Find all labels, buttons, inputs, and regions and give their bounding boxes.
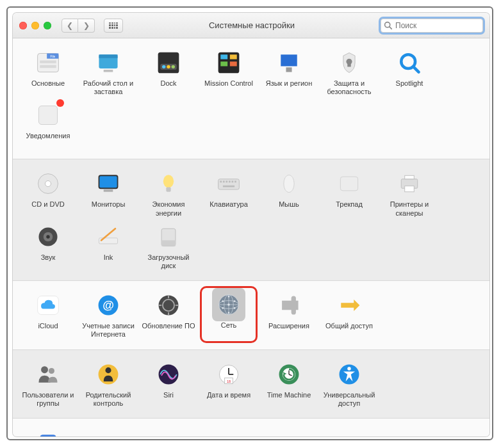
pref-displays[interactable]: Мониторы — [79, 168, 137, 221]
pref-label: Язык и регион — [266, 79, 313, 96]
svg-rect-91 — [40, 435, 56, 436]
svg-rect-6 — [40, 65, 56, 68]
pref-ink[interactable]: Ink — [79, 221, 137, 274]
pref-sound[interactable]: Звук — [19, 221, 77, 274]
zoom-button[interactable] — [44, 22, 51, 29]
energy-icon — [154, 170, 183, 198]
icloud-icon — [34, 291, 62, 319]
prefs-section: CD и DVDМониторыЭкономия энергииКлавиату… — [13, 159, 489, 280]
svg-rect-41 — [223, 186, 234, 188]
prefs-content: FileОсновныеРабочий стол и заставкаDockM… — [13, 38, 489, 436]
pref-notifications[interactable]: Уведомления — [19, 100, 77, 152]
svg-line-25 — [413, 67, 418, 72]
pref-label: Загрузочный диск — [140, 253, 197, 270]
prefs-section: FileОсновныеРабочий стол и заставкаDockM… — [13, 38, 489, 159]
pref-dock[interactable]: Dock — [140, 47, 197, 100]
svg-text:18: 18 — [227, 379, 231, 383]
svg-rect-35 — [220, 181, 222, 183]
svg-point-76 — [49, 368, 54, 374]
pref-cddvd[interactable]: CD и DVD — [19, 168, 77, 221]
svg-text:File: File — [51, 55, 56, 58]
search-input[interactable] — [381, 19, 483, 33]
pref-accounts[interactable]: @Учетные записи Интернета — [79, 290, 137, 342]
pref-label: Звук — [41, 253, 56, 270]
svg-rect-34 — [218, 179, 240, 189]
svg-rect-37 — [226, 181, 227, 183]
svg-point-69 — [222, 300, 224, 302]
close-button[interactable] — [19, 22, 27, 29]
traffic-lights — [19, 22, 51, 29]
pref-label: Универсальный доступ — [320, 391, 378, 408]
pref-parental[interactable]: Родительский контроль — [79, 359, 137, 412]
pref-label: Родительский контроль — [79, 391, 137, 408]
ntfs-icon — [34, 429, 62, 436]
pref-sharing[interactable]: Общий доступ — [320, 290, 378, 342]
svg-rect-17 — [230, 54, 237, 59]
pref-label: Основные — [31, 79, 65, 96]
pref-label: Уведомления — [26, 132, 70, 148]
pref-icloud[interactable]: iCloud — [19, 290, 77, 342]
accounts-icon: @ — [94, 291, 122, 319]
show-all-button[interactable] — [104, 19, 123, 33]
pref-language[interactable]: Язык и регион — [260, 47, 318, 100]
svg-point-68 — [227, 303, 230, 306]
pref-label: Time Machine — [267, 391, 311, 408]
svg-point-13 — [167, 65, 170, 68]
pref-accessibility[interactable]: Универсальный доступ — [320, 359, 378, 412]
pref-update[interactable]: Обновление ПО — [140, 290, 197, 342]
pref-ntfs[interactable]: NTFS for Mac — [19, 428, 77, 436]
pref-users[interactable]: Пользователи и группы — [19, 359, 77, 412]
grid-icon — [109, 22, 118, 29]
pref-general[interactable]: FileОсновные — [19, 47, 77, 100]
pref-label: Spotlight — [396, 79, 423, 96]
printers-icon — [395, 170, 423, 198]
pref-label: Dock — [160, 79, 176, 96]
svg-rect-36 — [223, 181, 225, 183]
pref-trackpad[interactable]: Трекпад — [320, 168, 378, 221]
svg-point-90 — [347, 367, 350, 370]
pref-timemachine[interactable]: Time Machine — [260, 359, 318, 412]
pref-label: Обновление ПО — [142, 322, 195, 339]
back-button[interactable]: ❮ — [62, 19, 78, 33]
svg-rect-20 — [281, 54, 297, 66]
svg-point-70 — [234, 300, 236, 302]
svg-point-75 — [41, 366, 48, 373]
svg-rect-33 — [166, 188, 170, 192]
pref-desktop[interactable]: Рабочий стол и заставка — [79, 47, 137, 100]
svg-point-14 — [172, 65, 175, 68]
pref-label: iCloud — [38, 322, 58, 339]
pref-label: Дата и время — [207, 391, 250, 408]
svg-point-56 — [159, 296, 179, 316]
pref-security[interactable]: Защита и безопасность — [320, 47, 378, 100]
minimize-button[interactable] — [31, 22, 39, 29]
svg-point-12 — [162, 65, 165, 68]
pref-spotlight[interactable]: Spotlight — [381, 47, 438, 100]
pref-label: Мышь — [279, 200, 299, 217]
svg-point-42 — [284, 175, 294, 193]
pref-label: Экономия энергии — [140, 200, 197, 217]
pref-siri[interactable]: Siri — [140, 359, 197, 412]
pref-extensions[interactable]: Расширения — [260, 290, 318, 342]
svg-point-78 — [105, 367, 111, 373]
pref-mission[interactable]: Mission Control — [200, 47, 258, 100]
pref-energy[interactable]: Экономия энергии — [140, 168, 197, 221]
users-icon — [34, 360, 62, 388]
svg-rect-10 — [158, 52, 179, 74]
pref-keyboard[interactable]: Клавиатура — [200, 168, 258, 221]
svg-rect-39 — [232, 181, 234, 183]
svg-rect-40 — [234, 181, 236, 183]
pref-datetime[interactable]: 18Дата и время — [200, 359, 258, 412]
dock-icon — [154, 49, 183, 77]
pref-mouse[interactable]: Мышь — [260, 168, 318, 221]
svg-point-74 — [228, 312, 230, 314]
pref-startup[interactable]: Загрузочный диск — [140, 221, 197, 274]
siri-icon — [154, 360, 183, 388]
pref-network[interactable]: Сеть — [200, 286, 258, 342]
spotlight-icon — [395, 49, 423, 77]
pref-label: Рабочий стол и заставка — [79, 79, 137, 96]
svg-rect-38 — [229, 181, 231, 183]
forward-button[interactable]: ❯ — [78, 19, 95, 33]
pref-printers[interactable]: Принтеры и сканеры — [381, 168, 438, 221]
window-title: Системные настройки — [128, 20, 375, 30]
svg-point-72 — [234, 307, 236, 309]
